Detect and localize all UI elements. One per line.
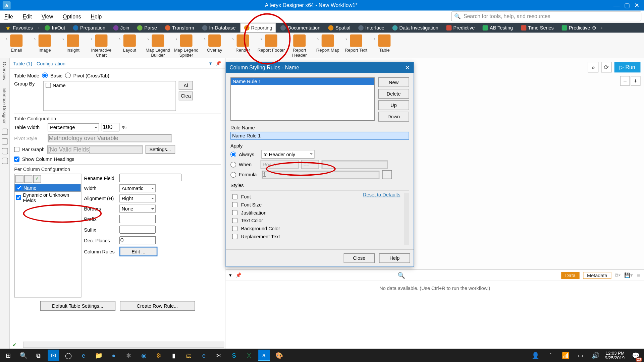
rename-input[interactable] (119, 174, 181, 182)
taskbar-outlook[interactable]: ✉ (48, 350, 59, 361)
taskbar-clock[interactable]: 12:03 PM9/25/2019 (605, 351, 626, 360)
tool-report-text[interactable]: Report Text (342, 35, 370, 53)
taskbar-paint[interactable]: 🎨 (273, 350, 285, 361)
taskbar-snip[interactable]: ✂ (213, 350, 225, 361)
menu-help[interactable]: Help (91, 13, 102, 19)
maximize-button[interactable]: ▢ (624, 2, 630, 9)
width-select[interactable]: Automatic (119, 184, 156, 192)
h-scrollbar[interactable] (23, 342, 224, 348)
tray-volume-icon[interactable]: 🔊 (590, 350, 601, 361)
taskbar-app6[interactable]: 🗂 (183, 350, 195, 361)
tray-people-icon[interactable]: 👤 (530, 350, 541, 361)
select-all-button[interactable]: Al (179, 81, 193, 89)
task-view-button[interactable]: ⧉ (33, 350, 44, 361)
taskbar-alteryx[interactable]: a (258, 350, 270, 361)
style-bg-checkbox[interactable] (232, 226, 237, 231)
clear-button[interactable]: Clea (179, 92, 193, 100)
bar-graph-checkbox[interactable] (14, 147, 19, 152)
taskbar-app5[interactable]: ▮ (168, 350, 179, 361)
menu-file[interactable]: File (4, 13, 13, 19)
style-repl-checkbox[interactable] (232, 234, 237, 239)
cat-documentation[interactable]: Documentation (277, 23, 324, 33)
tool-map-legend-builder[interactable]: Map Legend Builder (144, 35, 172, 58)
taskbar-app1[interactable]: ● (108, 350, 119, 361)
cat-join[interactable]: Join (110, 23, 133, 33)
tray-notifications-icon[interactable]: 💬23 (630, 350, 641, 361)
minimize-button[interactable]: — (613, 2, 620, 9)
style-font-checkbox[interactable] (232, 194, 237, 199)
results-search-icon[interactable]: 🔍 (245, 272, 558, 279)
chevron-left-icon[interactable]: ‹ (37, 25, 40, 30)
cat-preparation[interactable]: Preparation (69, 23, 109, 33)
rule-name-input[interactable] (230, 132, 409, 140)
dialog-close-button[interactable]: Close (344, 253, 375, 263)
radio-when[interactable] (230, 162, 236, 167)
save-icon[interactable]: 💾▾ (624, 272, 633, 278)
cat-interface[interactable]: Interface (355, 23, 388, 33)
tool-report-footer[interactable]: Report Footer (257, 35, 285, 53)
cat-timeseries[interactable]: Time Series (517, 23, 557, 33)
run-button[interactable]: ▷ Run (614, 62, 641, 73)
table-width-value[interactable] (102, 123, 119, 131)
move-up-icon[interactable] (15, 175, 23, 183)
alignment-select[interactable]: Right (119, 194, 156, 202)
check-icon[interactable]: ✓ (33, 175, 41, 183)
menu-view[interactable]: View (42, 13, 53, 19)
tab-data[interactable]: Data (561, 272, 579, 279)
apply-scope-select[interactable]: to Header only (261, 150, 314, 159)
dec-places-input[interactable] (119, 236, 156, 244)
dialog-close-icon[interactable]: ✕ (405, 64, 410, 71)
field-checkbox-name[interactable] (46, 83, 51, 88)
move-down-icon[interactable] (24, 175, 33, 183)
default-settings-button[interactable]: Default Table Settings... (40, 301, 115, 311)
overflow-icon[interactable]: » (588, 62, 599, 73)
tool-layout[interactable]: Layout (116, 35, 143, 53)
tray-network-icon[interactable]: 📶 (560, 350, 571, 361)
arrows-icon[interactable] (2, 138, 8, 144)
global-search[interactable]: 🔍 Search for tools, help, and resources (451, 11, 641, 21)
cat-transform[interactable]: Transform (161, 23, 198, 33)
rule-list[interactable]: Name Rule 1 (230, 77, 375, 121)
down-rule-button[interactable]: Down (378, 112, 409, 122)
radio-pivot[interactable] (65, 72, 71, 78)
tool-report-header[interactable]: Report Header (286, 35, 313, 58)
radio-always[interactable] (230, 152, 236, 157)
tool-map-legend-splitter[interactable]: Map Legend Splitter (172, 35, 200, 58)
search-button[interactable]: 🔍 (18, 350, 29, 361)
cat-favorites[interactable]: ★Favorites (2, 23, 36, 33)
tag-icon[interactable] (2, 148, 8, 154)
cat-spatial[interactable]: Spatial (325, 23, 354, 33)
cat-abtesting[interactable]: AB Testing (479, 23, 516, 33)
copy-icon[interactable]: ⧉▾ (615, 272, 621, 278)
group-by-list[interactable]: Name (43, 81, 176, 111)
link-icon[interactable] (2, 158, 8, 164)
style-color-checkbox[interactable] (232, 218, 237, 223)
zoom-in-button[interactable]: + (631, 76, 640, 86)
cat-reporting[interactable]: Reporting (240, 23, 276, 33)
taskbar-ie[interactable]: e (198, 350, 210, 361)
delete-rule-button[interactable]: Delete (378, 89, 409, 99)
show-headings-checkbox[interactable] (14, 157, 19, 162)
close-button[interactable]: ✕ (634, 2, 640, 9)
cat-predictive[interactable]: Predictive (443, 23, 478, 33)
radio-formula[interactable] (230, 172, 236, 177)
taskbar-chrome[interactable]: ◯ (63, 350, 74, 361)
tab-metadata[interactable]: Metadata (583, 272, 611, 279)
chevron-right-icon[interactable]: › (600, 25, 603, 30)
taskbar-edge[interactable]: e (78, 350, 89, 361)
collapse-icon[interactable]: ▾ (209, 61, 212, 66)
start-button[interactable]: ⊞ (3, 350, 14, 361)
tray-battery-icon[interactable]: ▭ (575, 350, 586, 361)
style-list[interactable]: Font Font Size Justification Text Color … (230, 193, 409, 245)
results-pin-icon[interactable]: 📌 (235, 272, 241, 278)
tray-up-icon[interactable]: ˄ (545, 350, 556, 361)
refresh-icon[interactable]: ⟳ (601, 62, 612, 73)
list-icon[interactable]: ≣ (637, 272, 641, 278)
menu-options[interactable]: Options (63, 13, 81, 19)
tab-interface-designer[interactable]: Interface Designer (2, 85, 7, 125)
prefix-input[interactable] (119, 215, 156, 223)
field-item-name[interactable]: Name (15, 184, 81, 192)
taskbar-app4[interactable]: ⚙ (153, 350, 164, 361)
up-rule-button[interactable]: Up (378, 100, 409, 110)
cat-predictive2[interactable]: Predictive ⊕ (558, 23, 599, 33)
